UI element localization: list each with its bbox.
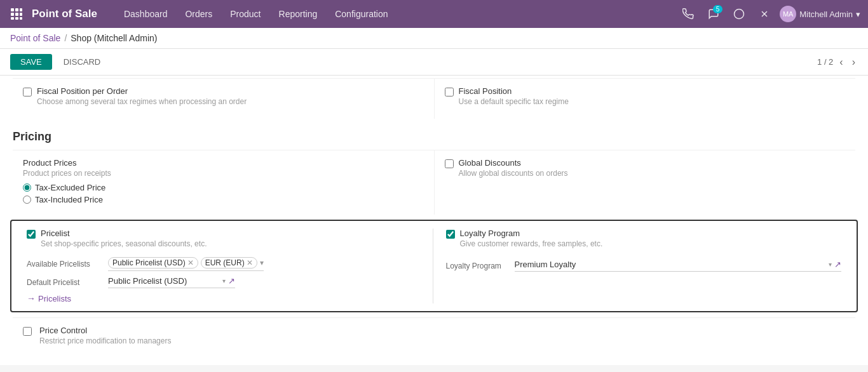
pricelists-dropdown-arrow[interactable]: ▾: [260, 258, 264, 267]
loyalty-external-link[interactable]: ↗: [834, 260, 841, 269]
svg-rect-0: [11, 8, 14, 11]
global-discounts-checkbox[interactable]: [445, 159, 454, 168]
loyalty-arrow[interactable]: ▾: [829, 261, 832, 268]
product-prices-label: Product Prices: [23, 158, 424, 168]
svg-rect-4: [15, 13, 18, 16]
global-discounts-wrapper: Global Discounts Allow global discounts …: [445, 158, 846, 183]
product-prices-row: Product Prices Product prices on receipt…: [13, 150, 855, 215]
svg-rect-6: [11, 17, 14, 20]
default-pricelist-label: Default Pricelist: [27, 278, 103, 287]
fiscal-position-desc: Use a default specific tax regime: [459, 97, 569, 106]
fiscal-position-order-wrapper: Fiscal Position per Order Choose among s…: [23, 86, 424, 111]
phone-icon[interactable]: [678, 4, 698, 24]
grid-icon[interactable]: [8, 5, 25, 23]
loyalty-label: Loyalty Program: [460, 229, 603, 238]
topbar: Point of Sale Dashboard Orders Product R…: [0, 0, 868, 28]
default-pricelist-row: Default Pricelist Public Pricelist (USD)…: [27, 276, 423, 288]
svg-rect-7: [15, 17, 18, 20]
topbar-nav: Dashboard Orders Product Reporting Confi…: [116, 5, 678, 23]
pricelist-checkbox[interactable]: [27, 230, 36, 239]
prev-page-button[interactable]: ‹: [837, 55, 845, 69]
price-control-row: Price Control Restrict price modificatio…: [13, 317, 855, 358]
main-content: Fiscal Position per Order Choose among s…: [0, 76, 868, 365]
updates-icon[interactable]: 5: [703, 4, 724, 24]
svg-rect-1: [15, 8, 18, 11]
pricelists-arrow-icon: →: [27, 293, 36, 303]
pricelists-link[interactable]: → Pricelists: [27, 293, 423, 303]
topbar-icons: 5 MA Mitchell Admin ▾: [678, 4, 860, 24]
pricelist-desc: Set shop-specific prices, seasonal disco…: [41, 239, 207, 248]
pagination: 1 / 2 ‹ ›: [817, 55, 858, 69]
pricelist-col: Pricelist Set shop-specific prices, seas…: [22, 229, 433, 303]
tax-included-label: Tax-Included Price: [35, 195, 103, 204]
default-pricelist-external-link[interactable]: ↗: [228, 276, 235, 286]
global-discounts-desc: Allow global discounts on orders: [459, 169, 568, 178]
svg-rect-2: [20, 8, 22, 11]
default-pricelist-select-wrapper: Public Pricelist (USD) ▾ ↗: [108, 276, 235, 288]
fiscal-position-order-label: Fiscal Position per Order: [37, 86, 247, 96]
loyalty-select-wrapper: Premium Loyalty ▾ ↗: [515, 260, 842, 272]
loyalty-program-value[interactable]: Premium Loyalty: [515, 260, 827, 269]
payments-section-title: Payments: [13, 358, 855, 365]
action-bar: SAVE DISCARD 1 / 2 ‹ ›: [0, 49, 868, 76]
avatar: MA: [780, 6, 796, 22]
remove-eur-tag[interactable]: ✕: [247, 258, 253, 267]
available-pricelists-input[interactable]: Public Pricelist (USD) ✕ EUR (EUR) ✕ ▾: [108, 257, 264, 271]
default-pricelist-arrow[interactable]: ▾: [222, 277, 226, 284]
remove-usd-tag[interactable]: ✕: [187, 258, 194, 267]
close-icon[interactable]: [754, 4, 775, 24]
svg-rect-3: [11, 13, 14, 16]
pricing-section-title: Pricing: [13, 119, 855, 150]
loyalty-col: Loyalty Program Give customer rewards, f…: [433, 229, 847, 303]
fiscal-row: Fiscal Position per Order Choose among s…: [13, 78, 855, 119]
save-button[interactable]: SAVE: [10, 54, 52, 70]
global-discounts-col: Global Discounts Allow global discounts …: [435, 150, 856, 215]
svg-rect-8: [20, 17, 22, 20]
fiscal-right-col: Fiscal Position Use a default specific t…: [435, 79, 856, 119]
price-radio-group: Tax-Excluded Price Tax-Included Price: [23, 183, 424, 204]
tax-included-radio[interactable]: Tax-Included Price: [23, 195, 424, 204]
username: Mitchell Admin: [799, 10, 853, 19]
pagination-count: 1 / 2: [817, 57, 833, 67]
global-discounts-label: Global Discounts: [459, 158, 568, 168]
fiscal-left-col: Fiscal Position per Order Choose among s…: [13, 79, 435, 119]
tax-excluded-label: Tax-Excluded Price: [35, 183, 105, 192]
loyalty-checkbox[interactable]: [446, 230, 455, 239]
app-title: Point of Sale: [32, 8, 97, 20]
pricelist-loyalty-row: Pricelist Set shop-specific prices, seas…: [22, 229, 846, 303]
nav-product[interactable]: Product: [222, 5, 268, 23]
product-prices-desc: Product prices on receipts: [23, 169, 424, 178]
product-prices-col: Product Prices Product prices on receipt…: [13, 150, 435, 215]
pricelist-loyalty-box: Pricelist Set shop-specific prices, seas…: [10, 220, 858, 312]
breadcrumb-separator: /: [64, 33, 67, 43]
pricelist-checkbox-wrapper: Pricelist Set shop-specific prices, seas…: [27, 229, 423, 253]
pricelist-tag-usd: Public Pricelist (USD) ✕: [108, 257, 198, 269]
fiscal-position-checkbox[interactable]: [445, 88, 454, 96]
discard-button[interactable]: DISCARD: [57, 54, 107, 70]
pricelists-link-label[interactable]: Pricelists: [38, 294, 71, 303]
svg-rect-5: [20, 13, 22, 16]
nav-reporting[interactable]: Reporting: [271, 5, 325, 23]
tax-excluded-radio[interactable]: Tax-Excluded Price: [23, 183, 424, 192]
loyalty-dropdown-row: Loyalty Program Premium Loyalty ▾ ↗: [446, 260, 842, 272]
breadcrumb-parent[interactable]: Point of Sale: [10, 33, 60, 43]
fiscal-position-wrapper: Fiscal Position Use a default specific t…: [445, 86, 846, 111]
loyalty-checkbox-wrapper: Loyalty Program Give customer rewards, f…: [446, 229, 842, 253]
next-page-button[interactable]: ›: [850, 55, 858, 69]
price-control-checkbox[interactable]: [23, 327, 32, 336]
nav-configuration[interactable]: Configuration: [327, 5, 395, 23]
available-pricelists-row: Available Pricelists Public Pricelist (U…: [27, 257, 423, 271]
fiscal-position-order-checkbox[interactable]: [23, 88, 32, 96]
pricelist-label: Pricelist: [41, 229, 207, 238]
price-control-desc: Restrict price modification to managers: [39, 336, 171, 345]
user-menu[interactable]: MA Mitchell Admin ▾: [780, 6, 860, 22]
breadcrumb-current: Shop (Mitchell Admin): [71, 33, 157, 43]
loyalty-program-field-label: Loyalty Program: [446, 262, 510, 270]
default-pricelist-value[interactable]: Public Pricelist (USD): [108, 276, 220, 286]
fiscal-position-label: Fiscal Position: [459, 86, 569, 96]
nav-orders[interactable]: Orders: [177, 5, 220, 23]
price-control-label: Price Control: [39, 326, 171, 335]
pricelist-tag-eur: EUR (EUR) ✕: [201, 257, 257, 269]
chat-icon[interactable]: [729, 4, 749, 24]
nav-dashboard[interactable]: Dashboard: [116, 5, 175, 23]
